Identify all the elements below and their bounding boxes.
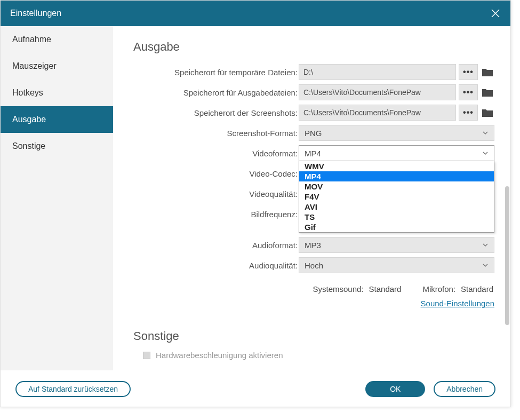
sidebar-item-aufnahme[interactable]: Aufnahme: [1, 26, 113, 53]
folder-open-icon[interactable]: [481, 64, 494, 80]
titlebar: Einstellungen: [1, 1, 510, 26]
video-format-select[interactable]: MP4: [299, 145, 494, 161]
sidebar-item-label: Hotkeys: [12, 88, 43, 98]
row-video-format: Videoformat: MP4 WMV MP4 MOV F4V: [133, 145, 494, 162]
label-temp-path: Speicherort für temporäre Dateien:: [133, 68, 299, 77]
microphone-value: Standard: [461, 284, 493, 294]
button-label: Auf Standard zurücksetzen: [28, 385, 118, 393]
row-audio-quality: Audioqualität: Hoch: [133, 257, 494, 274]
folder-open-icon[interactable]: [481, 105, 494, 121]
sidebar-item-label: Ausgabe: [12, 115, 46, 124]
dropdown-option-mov[interactable]: MOV: [299, 181, 494, 192]
hw-accel-checkbox[interactable]: [143, 352, 150, 359]
close-icon[interactable]: [490, 8, 501, 19]
row-hw-accel: Hardwarebeschleunigung aktivieren: [133, 351, 494, 360]
sidebar-item-label: Sonstige: [12, 141, 45, 151]
label-screenshot-path: Speicherort der Screenshots:: [133, 108, 299, 117]
folder-open-icon[interactable]: [481, 84, 494, 100]
screenshot-format-select[interactable]: PNG: [299, 125, 494, 141]
button-label: OK: [390, 385, 401, 393]
row-audio-format: Audioformat: MP3: [133, 236, 494, 253]
chevron-down-icon: [482, 150, 489, 156]
row-temp-path: Speicherort für temporäre Dateien: D:\ •…: [133, 64, 494, 81]
reset-defaults-button[interactable]: Auf Standard zurücksetzen: [15, 381, 131, 397]
chevron-down-icon: [482, 130, 489, 136]
scrollbar-thumb[interactable]: [505, 186, 509, 325]
cancel-button[interactable]: Abbrechen: [434, 381, 495, 397]
dropdown-option-avi[interactable]: AVI: [299, 202, 494, 212]
browse-temp-button[interactable]: •••: [459, 64, 478, 80]
label-screenshot-format: Screenshot-Format:: [133, 129, 299, 138]
content-pane: Ausgabe Speicherort für temporäre Dateie…: [113, 26, 510, 370]
audio-quality-select[interactable]: Hoch: [299, 257, 494, 273]
ok-button[interactable]: OK: [365, 381, 425, 397]
sidebar: Aufnahme Mauszeiger Hotkeys Ausgabe Sons…: [1, 26, 113, 370]
video-format-dropdown: WMV MP4 MOV F4V AVI TS Gif: [299, 161, 494, 233]
label-video-codec: Video-Codec:: [133, 169, 299, 178]
dropdown-option-gif[interactable]: Gif: [299, 222, 494, 232]
microphone-label: Mikrofon:: [422, 284, 455, 294]
audio-info-row: Systemsound: Standard Mikrofon: Standard: [133, 284, 494, 294]
sidebar-item-label: Mauszeiger: [12, 61, 57, 71]
select-value: MP4: [305, 149, 321, 158]
body-pane: Aufnahme Mauszeiger Hotkeys Ausgabe Sons…: [1, 26, 510, 370]
browse-screenshot-button[interactable]: •••: [459, 105, 478, 121]
sidebar-item-sonstige[interactable]: Sonstige: [1, 133, 113, 160]
screenshot-path-field[interactable]: C:\Users\Vito\Documents\FonePaw: [299, 105, 456, 121]
temp-path-field[interactable]: D:\: [299, 64, 456, 80]
row-output-path: Speicherort für Ausgabedateien: C:\Users…: [133, 84, 494, 101]
output-path-field[interactable]: C:\Users\Vito\Documents\FonePaw: [299, 84, 456, 100]
sidebar-item-hotkeys[interactable]: Hotkeys: [1, 80, 113, 106]
chevron-down-icon: [482, 242, 489, 248]
label-video-quality: Videoqualität:: [133, 189, 299, 199]
label-framerate: Bildfrequenz:: [133, 210, 299, 219]
dropdown-option-wmv[interactable]: WMV: [299, 161, 494, 171]
label-output-path: Speicherort für Ausgabedateien:: [133, 88, 299, 97]
section-title-sonstige: Sonstige: [133, 329, 494, 343]
audio-format-select[interactable]: MP3: [299, 237, 494, 253]
label-video-format: Videoformat:: [133, 149, 299, 158]
systemsound-value: Standard: [369, 284, 402, 294]
chevron-down-icon: [482, 262, 489, 268]
hw-accel-label: Hardwarebeschleunigung aktivieren: [156, 351, 283, 360]
select-value: Hoch: [305, 261, 323, 270]
browse-output-button[interactable]: •••: [459, 84, 478, 100]
dropdown-option-mp4[interactable]: MP4: [299, 171, 494, 181]
section-title-ausgabe: Ausgabe: [133, 40, 494, 54]
row-screenshot-path: Speicherort der Screenshots: C:\Users\Vi…: [133, 104, 494, 121]
label-audio-quality: Audioqualität:: [133, 261, 299, 270]
row-screenshot-format: Screenshot-Format: PNG: [133, 124, 494, 141]
sound-settings-link[interactable]: Sound-Einstellungen: [421, 299, 494, 308]
window-title: Einstellungen: [10, 9, 490, 18]
dropdown-option-f4v[interactable]: F4V: [299, 192, 494, 202]
dropdown-option-ts[interactable]: TS: [299, 212, 494, 222]
sidebar-item-label: Aufnahme: [12, 35, 51, 44]
settings-window: Einstellungen Aufnahme Mauszeiger Hotkey…: [0, 0, 511, 407]
sidebar-item-ausgabe[interactable]: Ausgabe: [1, 106, 113, 133]
label-audio-format: Audioformat:: [133, 241, 299, 250]
button-label: Abbrechen: [446, 385, 483, 393]
select-value: PNG: [305, 129, 322, 138]
systemsound-label: Systemsound:: [313, 284, 363, 294]
footer: Auf Standard zurücksetzen OK Abbrechen: [1, 370, 510, 407]
sidebar-item-mauszeiger[interactable]: Mauszeiger: [1, 53, 113, 80]
select-value: MP3: [305, 241, 321, 250]
